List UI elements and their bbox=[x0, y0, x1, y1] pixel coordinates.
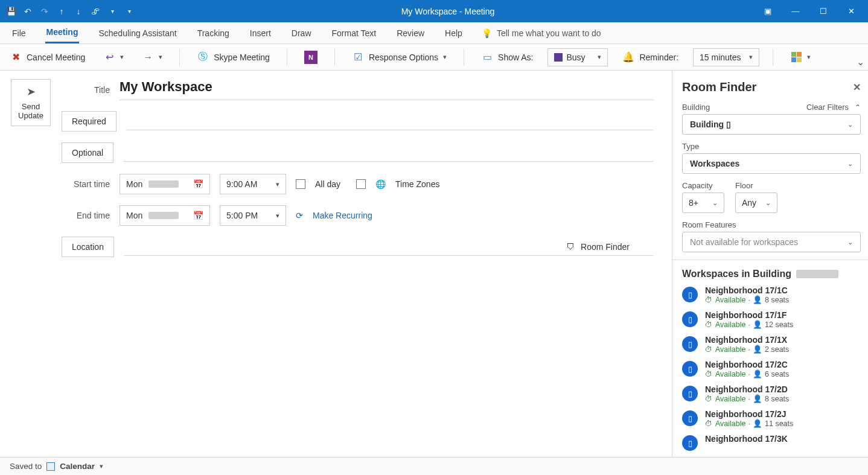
chevron-down-icon: ⌄ bbox=[712, 199, 718, 207]
type-dropdown[interactable]: Workspaces ⌄ bbox=[682, 153, 861, 174]
workspace-item[interactable]: ▯Neighborhood 17/2J⏱Available·👤11 seats bbox=[682, 409, 861, 428]
tab-draw[interactable]: Draw bbox=[290, 24, 313, 43]
close-icon[interactable]: ✕ bbox=[843, 4, 860, 19]
allday-checkbox[interactable] bbox=[296, 179, 305, 189]
close-pane-icon[interactable]: ✕ bbox=[853, 81, 861, 93]
skype-icon: Ⓢ bbox=[197, 51, 209, 63]
optional-field[interactable] bbox=[123, 144, 654, 162]
person-icon: 👤 bbox=[753, 394, 762, 403]
reply-button[interactable]: ↩ ▾ bbox=[100, 49, 127, 66]
tell-me-search[interactable]: 💡 Tell me what you want to do bbox=[482, 28, 601, 38]
chevron-down-icon: ▾ bbox=[598, 53, 601, 61]
workspace-item[interactable]: ▯Neighborhood 17/2C⏱Available·👤6 seats bbox=[682, 360, 861, 378]
qat-chevron-icon[interactable]: ▾ bbox=[105, 4, 120, 19]
person-icon: 👤 bbox=[753, 295, 762, 304]
building-value: Building ▯ bbox=[690, 120, 731, 129]
skype-meeting-button[interactable]: Ⓢ Skype Meeting bbox=[193, 49, 273, 66]
reminder-dropdown[interactable]: 15 minutes ▾ bbox=[693, 48, 759, 66]
previous-icon[interactable]: ↑ bbox=[54, 4, 69, 19]
start-date-picker[interactable]: Mon 📅 bbox=[120, 174, 210, 194]
end-day: Mon bbox=[126, 211, 142, 220]
workspace-name: Neighborhood 17/1F bbox=[705, 310, 793, 320]
title-value[interactable]: My Workspace bbox=[120, 79, 654, 100]
features-label: Room Features bbox=[682, 220, 736, 229]
calendar-name[interactable]: Calendar bbox=[60, 462, 95, 471]
location-button[interactable]: Location bbox=[62, 237, 114, 257]
type-value: Workspaces bbox=[690, 159, 739, 168]
workspace-meta: ⏱Available·👤11 seats bbox=[705, 419, 793, 428]
showas-icon: ▭ bbox=[481, 51, 493, 63]
onenote-button[interactable]: N bbox=[301, 48, 321, 66]
chevron-up-icon[interactable]: ⌃ bbox=[855, 103, 861, 112]
building-dropdown[interactable]: Building ▯ ⌄ bbox=[682, 114, 861, 135]
qat-customize-icon[interactable]: ▾ bbox=[122, 4, 136, 19]
redacted-building bbox=[796, 270, 838, 278]
expand-ribbon-icon[interactable]: ⌄ bbox=[857, 56, 864, 68]
minimize-icon[interactable]: — bbox=[787, 4, 804, 19]
redo-icon[interactable]: ↷ bbox=[37, 4, 52, 19]
onenote-icon: N bbox=[304, 51, 318, 64]
chevron-down-icon[interactable]: ▾ bbox=[100, 462, 103, 470]
chevron-down-icon: ▾ bbox=[276, 180, 279, 188]
separator bbox=[773, 49, 773, 66]
categorize-button[interactable]: ▾ bbox=[787, 49, 814, 66]
reply-arrow-icon: ↩ bbox=[103, 51, 115, 63]
maximize-icon[interactable]: ☐ bbox=[815, 4, 832, 19]
start-time-picker[interactable]: 9:00 AM ▾ bbox=[220, 174, 286, 194]
compose-pane: ➤ SendUpdate Title My Workspace Required… bbox=[0, 71, 672, 457]
send-update-button[interactable]: ➤ SendUpdate bbox=[11, 79, 51, 126]
floor-dropdown[interactable]: Any ⌄ bbox=[735, 193, 777, 213]
seat-count: 2 seats bbox=[765, 345, 789, 354]
workspace-meta: ⏱Available·👤12 seats bbox=[705, 320, 793, 329]
tab-tracking[interactable]: Tracking bbox=[196, 24, 231, 43]
end-time-picker[interactable]: 5:00 PM ▾ bbox=[220, 205, 286, 226]
tab-scheduling[interactable]: Scheduling Assistant bbox=[97, 24, 177, 43]
separator bbox=[464, 49, 464, 66]
bell-icon: 🔔 bbox=[622, 51, 634, 63]
tab-help[interactable]: Help bbox=[444, 24, 464, 43]
required-button[interactable]: Required bbox=[62, 111, 116, 132]
workspace-icon: ▯ bbox=[682, 386, 698, 401]
response-label: Response Options bbox=[369, 53, 438, 62]
tab-review[interactable]: Review bbox=[395, 24, 426, 43]
timezones-checkbox[interactable] bbox=[356, 179, 366, 189]
forward-button[interactable]: → ▾ bbox=[138, 49, 166, 66]
seat-count: 8 seats bbox=[765, 395, 789, 403]
workspace-item[interactable]: ▯Neighborhood 17/1X⏱Available·👤2 seats bbox=[682, 335, 861, 354]
reminder-label: Reminder: bbox=[639, 53, 678, 62]
room-finder-toggle[interactable]: ⛉ Room Finder bbox=[566, 242, 630, 252]
make-recurring-link[interactable]: Make Recurring bbox=[313, 211, 372, 220]
capacity-dropdown[interactable]: 8+ ⌄ bbox=[682, 193, 724, 213]
available-label: Available bbox=[715, 320, 746, 329]
person-icon: 👤 bbox=[753, 419, 762, 428]
cancel-meeting-button[interactable]: ✖︎ Cancel Meeting bbox=[6, 49, 89, 66]
redacted-date bbox=[148, 212, 179, 219]
workspace-meta: ⏱Available·👤8 seats bbox=[705, 295, 789, 304]
workspace-item[interactable]: ▯Neighborhood 17/1C⏱Available·👤8 seats bbox=[682, 285, 861, 304]
end-date-picker[interactable]: Mon 📅 bbox=[120, 205, 210, 226]
ribbon-tabs: File Meeting Scheduling Assistant Tracki… bbox=[0, 22, 868, 44]
workspace-item[interactable]: ▯Neighborhood 17/1F⏱Available·👤12 seats bbox=[682, 310, 861, 329]
undo-icon[interactable]: ↶ bbox=[21, 4, 35, 19]
workspace-item[interactable]: ▯Neighborhood 17/2D⏱Available·👤8 seats bbox=[682, 384, 861, 403]
ribbon-display-icon[interactable]: ▣ bbox=[759, 4, 776, 19]
save-icon[interactable]: 💾 bbox=[4, 4, 18, 19]
attach-icon[interactable]: 🖇 bbox=[88, 4, 103, 19]
chevron-down-icon: ⌄ bbox=[765, 199, 771, 207]
workspace-icon: ▯ bbox=[682, 311, 698, 327]
show-as-dropdown[interactable]: Busy ▾ bbox=[547, 48, 608, 66]
chevron-down-icon: ▾ bbox=[159, 53, 162, 61]
response-options-button[interactable]: ☑ Response Options ▾ bbox=[348, 49, 450, 66]
workspace-meta: ⏱Available·👤2 seats bbox=[705, 345, 789, 354]
features-dropdown: Not available for workspaces ⌄ bbox=[682, 232, 861, 252]
optional-button[interactable]: Optional bbox=[62, 142, 113, 163]
clear-filters-link[interactable]: Clear Filters bbox=[806, 103, 849, 112]
showas-value: Busy bbox=[566, 53, 585, 62]
tab-file[interactable]: File bbox=[11, 24, 27, 43]
workspace-item[interactable]: ▯Neighborhood 17/3K bbox=[682, 434, 861, 451]
next-icon[interactable]: ↓ bbox=[71, 4, 86, 19]
required-field[interactable] bbox=[126, 112, 654, 130]
tab-insert[interactable]: Insert bbox=[249, 24, 272, 43]
tab-meeting[interactable]: Meeting bbox=[45, 22, 80, 43]
tab-format[interactable]: Format Text bbox=[331, 24, 378, 43]
